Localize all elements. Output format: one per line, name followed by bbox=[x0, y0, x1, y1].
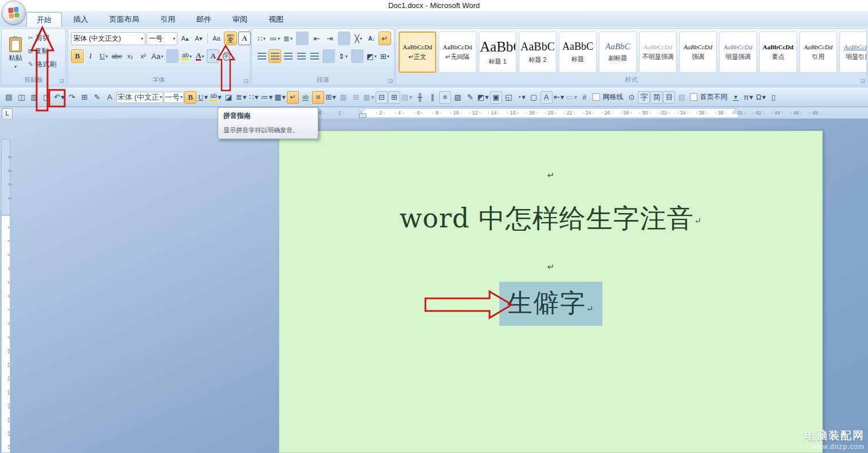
italic-button[interactable]: I bbox=[84, 49, 97, 63]
character-border-button[interactable]: A bbox=[238, 31, 251, 45]
font-size-combo[interactable]: 一号 ▾ bbox=[147, 32, 177, 45]
phonetic-guide-button[interactable]: wén 变 bbox=[224, 31, 237, 45]
line-spacing-button[interactable]: ⇕▾ bbox=[337, 49, 349, 63]
cell-align-button[interactable]: ≡ bbox=[439, 91, 451, 104]
shading-button[interactable]: ◩▾ bbox=[365, 49, 378, 63]
text-effects-button[interactable]: ◔ ▾ bbox=[515, 91, 527, 104]
format-painter-button[interactable]: ✎ bbox=[91, 91, 103, 104]
borders-button[interactable]: ⊞▾ bbox=[378, 49, 391, 63]
strikethrough-button[interactable]: abe bbox=[111, 49, 123, 63]
style-intense-emphasis[interactable]: AaBbCcDd 明显强调 bbox=[719, 31, 757, 73]
split-cells-button[interactable]: ⊞ bbox=[388, 91, 400, 104]
style-title[interactable]: AaBbC 标题 bbox=[559, 31, 597, 73]
style-heading2[interactable]: AaBbC 标题 2 bbox=[519, 31, 557, 73]
sort-button[interactable]: A↓ bbox=[365, 31, 378, 45]
copy-button[interactable]: ⧉ 复制 bbox=[28, 46, 56, 56]
insert-frame-button[interactable]: ▢ bbox=[528, 91, 540, 104]
right-indent-marker[interactable] bbox=[732, 109, 739, 113]
import-data-button[interactable]: ▼ bbox=[729, 91, 741, 104]
insert-table-button[interactable]: ⊞ ▾ bbox=[325, 91, 337, 104]
tab-selector-button[interactable]: L bbox=[2, 108, 13, 119]
insert-cells-button[interactable]: ⊞ bbox=[350, 91, 362, 104]
font-name-combo[interactable]: 宋体 (中文正文) ▾ bbox=[71, 32, 145, 45]
line-wrap-button[interactable]: ↵ bbox=[287, 91, 299, 104]
save-button[interactable]: ▤ bbox=[3, 91, 15, 104]
underline-button[interactable]: U▾ bbox=[97, 49, 110, 63]
increase-indent-button[interactable]: ⇥ bbox=[323, 31, 336, 45]
document-title-line[interactable]: word 中怎样给生字注音↵ bbox=[279, 201, 822, 237]
tab-insert[interactable]: 插入 bbox=[64, 12, 98, 27]
distribute-button[interactable] bbox=[308, 49, 321, 63]
delete-cells-button[interactable]: ▩ ▾ bbox=[362, 91, 375, 104]
book-button[interactable]: ▯ bbox=[767, 91, 779, 104]
paste-button[interactable]: 粘贴 ▾ bbox=[5, 32, 26, 74]
clear-formatting-button[interactable]: Aa bbox=[210, 31, 223, 45]
char-style-button[interactable]: A bbox=[540, 91, 553, 104]
hanging-indent-marker[interactable] bbox=[359, 113, 366, 118]
justify-button[interactable] bbox=[295, 49, 307, 63]
highlight-button[interactable]: ab ▾ bbox=[210, 91, 222, 104]
pinyin-abbr-button[interactable]: ab bbox=[299, 91, 311, 104]
rotate-button[interactable]: ◱ bbox=[503, 91, 515, 104]
bullets-button[interactable]: ∷▾ bbox=[255, 31, 268, 45]
style-normal[interactable]: AaBbCcDd ↵正文 bbox=[399, 31, 436, 73]
tab-review[interactable]: 审阅 bbox=[223, 12, 257, 27]
vertical-ruler[interactable]: 4321 123456789101112131415161718 bbox=[1, 123, 10, 453]
tab-page-layout[interactable]: 页面布局 bbox=[100, 12, 149, 27]
draw-table-button[interactable]: ▦ bbox=[337, 91, 349, 104]
font-name-combo[interactable]: 宋体 (中文正 ▾ bbox=[116, 92, 163, 103]
enclose-characters-button[interactable]: 字 bbox=[220, 49, 232, 63]
view-tool-button[interactable]: ▤ bbox=[676, 91, 688, 104]
change-case-button[interactable]: Aa▾ bbox=[150, 49, 164, 63]
gridlines-checkbox[interactable]: 网格线 bbox=[591, 91, 625, 104]
selected-text[interactable]: 生僻字↵ bbox=[499, 282, 603, 326]
clear-format-button[interactable]: ◪ bbox=[223, 91, 235, 104]
grid-button[interactable]: # bbox=[578, 91, 590, 104]
decrease-indent-button[interactable]: ⇤ bbox=[310, 31, 323, 45]
simplified-convert-button[interactable]: 简 bbox=[650, 91, 662, 104]
character-shading-button[interactable]: A bbox=[207, 49, 219, 63]
equation-button[interactable]: π ▾ bbox=[742, 91, 754, 104]
print-button[interactable]: ▥ bbox=[28, 91, 40, 104]
style-emphasis[interactable]: AaBbCcDd 强调 bbox=[679, 31, 717, 73]
style-subtitle[interactable]: AaBbC 副标题 bbox=[599, 31, 637, 73]
phonetic-tool-button[interactable]: 字 bbox=[638, 91, 650, 104]
align-right-button[interactable] bbox=[282, 49, 294, 63]
align-left-button[interactable] bbox=[255, 49, 268, 63]
dialog-launcher-icon[interactable]: ◲ bbox=[59, 78, 64, 84]
first-line-indent-marker[interactable] bbox=[358, 108, 365, 112]
group-objects-button[interactable]: ▭ ▾ bbox=[566, 91, 578, 104]
tab-references[interactable]: 引用 bbox=[151, 12, 185, 27]
split-table-button[interactable]: ▤ ▾ bbox=[401, 91, 413, 104]
undo-button[interactable]: ↶ ▾ bbox=[53, 91, 65, 104]
table-style-button[interactable]: ▧ bbox=[452, 91, 464, 104]
align-center-button[interactable] bbox=[269, 49, 281, 63]
symbol-button[interactable]: Ω ▾ bbox=[755, 91, 767, 104]
merge-cells-button[interactable]: ⊟ bbox=[376, 91, 388, 104]
style-heading1[interactable]: AaBbC 标题 1 bbox=[479, 31, 516, 73]
dialog-launcher-icon[interactable]: ◲ bbox=[243, 78, 248, 84]
style-intense-quote[interactable]: AaBbCcDd 明显引用 bbox=[839, 31, 867, 73]
numbering-button[interactable]: ≔▾ bbox=[269, 31, 281, 45]
zoom-tool-button[interactable]: ⊙ bbox=[625, 91, 637, 104]
style-subtle-emphasis[interactable]: AaBbCcDd 不明显强调 bbox=[639, 31, 677, 73]
borders-button[interactable]: ▦ ▾ bbox=[274, 91, 286, 104]
shrink-font-button[interactable]: A▾ bbox=[192, 31, 205, 45]
font-color-button[interactable]: A▾ bbox=[194, 49, 206, 63]
bold-button[interactable]: B bbox=[71, 49, 84, 63]
insert-column-button[interactable]: ∥ bbox=[427, 91, 439, 104]
document-map-button[interactable]: 目 bbox=[663, 91, 675, 104]
grow-font-button[interactable]: A▴ bbox=[179, 31, 191, 45]
insert-row-button[interactable]: ╫ bbox=[414, 91, 426, 104]
cut-button[interactable]: ✂ 剪切 bbox=[28, 33, 56, 43]
align-objects-button[interactable]: ⇤ ▾ bbox=[553, 91, 565, 104]
selected-text-line[interactable]: 生僻字↵ bbox=[279, 282, 822, 326]
tab-view[interactable]: 视图 bbox=[259, 12, 293, 27]
show-marks-button[interactable]: ↵ bbox=[378, 31, 391, 45]
print-preview-button[interactable]: ◫ bbox=[15, 91, 27, 104]
font-dialog-button[interactable]: A bbox=[104, 91, 116, 104]
document-page[interactable]: ↵ word 中怎样给生字注音↵ ↵ 生僻字↵ bbox=[279, 131, 823, 453]
font-size-combo[interactable]: 一号 ▾ bbox=[164, 92, 184, 103]
first-page-different-checkbox[interactable]: 首页不同 bbox=[688, 91, 729, 104]
redo-button[interactable]: ↷ bbox=[66, 91, 78, 104]
